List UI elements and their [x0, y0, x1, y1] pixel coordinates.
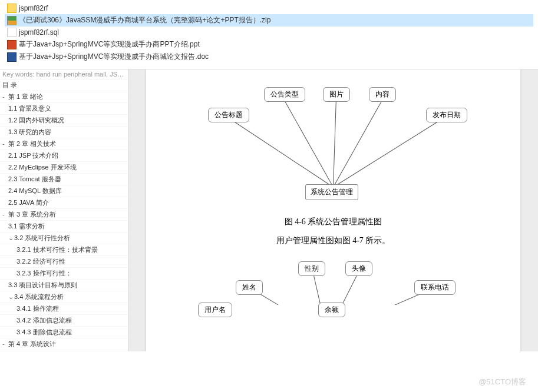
file-item[interactable]: 基于Java+Jsp+SpringMVC等实现漫威手办商PPT介绍.ppt [5, 38, 533, 51]
file-name: jspmf82rf [19, 4, 48, 12]
document-outline: Key words: hand run peripheral mall, JSP… [0, 69, 128, 351]
file-item[interactable]: jspmf82rf [5, 2, 533, 14]
outline-label: 第 1 章 绪论 [8, 93, 43, 100]
svg-line-0 [225, 115, 333, 187]
figure-caption: 图 4-6 系统公告管理属性图 [146, 217, 520, 227]
outline-item[interactable]: 1.1 背景及意义 [0, 103, 128, 115]
doc-icon [7, 52, 16, 62]
zip-icon [7, 16, 16, 25]
outline-item[interactable]: 3.4.1 操作流程 [0, 303, 128, 315]
outline-item[interactable]: 3.3 项目设计目标与原则 [0, 280, 128, 291]
outline-label: 3.4.3 删除信息流程 [16, 328, 72, 335]
main-area: Key words: hand run peripheral mall, JSP… [0, 69, 538, 351]
node2-name: 姓名 [236, 280, 263, 295]
outline-item[interactable]: -第 1 章 绪论 [0, 91, 128, 103]
node-content: 内容 [369, 87, 396, 102]
outline-label: 2.5 JAVA 简介 [8, 199, 49, 206]
tree-toggle-icon[interactable]: - [2, 340, 8, 347]
outline-label: 3.2.3 操作可行性： [16, 270, 72, 277]
sql-icon [7, 28, 16, 37]
watermark-51cto: @51CTO博客 [478, 377, 526, 387]
diagram-2: 姓名 性别 头像 联系电话 用户名 余额 [146, 258, 520, 305]
outline-item[interactable]: 2.5 JAVA 简介 [0, 197, 128, 209]
tree-toggle-icon[interactable]: - [2, 93, 8, 100]
outline-item[interactable]: 2.2 MyEclipse 开发环境 [0, 162, 128, 174]
file-item[interactable]: jspmf82rf.sql [5, 26, 533, 38]
outline-item[interactable]: 3.2.1 技术可行性：技术背景 [0, 244, 128, 256]
node-image: 图片 [323, 87, 350, 102]
file-name: 基于Java+Jsp+SpringMVC等实现漫威手办商城论文报告.doc [19, 52, 209, 62]
outline-label: 3.1 需求分析 [8, 222, 45, 230]
outline-label: 3.4.1 操作流程 [16, 305, 59, 312]
outline-label: 1.3 研究的内容 [8, 128, 51, 135]
file-name: 基于Java+Jsp+SpringMVC等实现漫威手办商PPT介绍.ppt [19, 39, 200, 49]
node-hub: 系统公告管理 [305, 184, 358, 200]
outline-item[interactable]: 1.3 研究的内容 [0, 127, 128, 138]
outline-label: Key words: hand run peripheral mall, JSP… [2, 71, 128, 78]
svg-line-2 [334, 96, 336, 187]
outline-label: 第 3 章 系统分析 [8, 211, 56, 218]
outline-label: 第 2 章 相关技术 [8, 140, 56, 147]
outline-label: 3.2.1 技术可行性：技术背景 [16, 246, 98, 253]
file-name: jspmf82rf.sql [19, 28, 59, 36]
outline-item[interactable]: ⌄3.4 系统流程分析 [0, 291, 128, 303]
outline-label: 1.2 国内外研究概况 [8, 117, 64, 124]
node2-avatar: 头像 [345, 261, 372, 276]
outline-item[interactable]: 3.2.2 经济可行性 [0, 256, 128, 268]
outline-item[interactable]: 3.4.3 删除信息流程 [0, 327, 128, 338]
outline-item[interactable]: 1.2 国内外研究概况 [0, 115, 128, 127]
outline-item[interactable]: 4.1 系统体系结构 [0, 350, 128, 351]
tree-toggle-icon[interactable]: - [2, 140, 8, 147]
figure-subcaption: 用户管理属性图如图 4-7 所示。 [146, 235, 520, 246]
outline-item[interactable]: -第 2 章 相关技术 [0, 138, 128, 150]
node2-balance: 余额 [318, 303, 345, 317]
diagram-1: 公告标题 公告类型 图片 内容 发布日期 系统公告管理 [146, 69, 520, 205]
outline-label: 3.4.2 添加信息流程 [16, 317, 72, 324]
outline-item[interactable]: 2.1 JSP 技术介绍 [0, 150, 128, 162]
outline-item[interactable]: 3.2.3 操作可行性： [0, 268, 128, 280]
outline-label: 1.1 背景及意义 [8, 105, 51, 112]
tree-toggle-icon[interactable]: - [2, 211, 8, 218]
outline-label: 3.3 项目设计目标与原则 [8, 281, 77, 288]
file-item[interactable]: 《已调试306》JavaSSM漫威手办商城平台系统（完整源码+论文+PPT报告）… [5, 14, 533, 26]
outline-label: 2.4 MySQL 数据库 [8, 187, 62, 194]
file-item[interactable]: 基于Java+Jsp+SpringMVC等实现漫威手办商城论文报告.doc [5, 51, 533, 63]
outline-label: 2.1 JSP 技术介绍 [8, 152, 58, 159]
outline-item[interactable]: Key words: hand run peripheral mall, JSP… [0, 69, 128, 79]
outline-item[interactable]: ⌄3.2 系统可行性分析 [0, 232, 128, 244]
outline-item[interactable]: 3.1 需求分析 [0, 221, 128, 232]
folder-icon [7, 4, 16, 13]
outline-label: 2.3 Tomcat 服务器 [8, 175, 61, 182]
ppt-icon [7, 40, 16, 49]
page: 公告标题 公告类型 图片 内容 发布日期 系统公告管理 图 4-6 系统公告管理… [146, 69, 520, 351]
outline-label: 3.2 系统可行性分析 [14, 234, 70, 241]
outline-item[interactable]: 3.4.2 添加信息流程 [0, 315, 128, 327]
node-announce-type: 公告类型 [264, 87, 305, 102]
outline-label: 第 4 章 系统设计 [8, 340, 56, 347]
outline-label: 3.4 系统流程分析 [14, 293, 64, 300]
outline-item[interactable]: -第 4 章 系统设计 [0, 338, 128, 350]
node2-gender: 性别 [298, 261, 325, 276]
document-view: 公告标题 公告类型 图片 内容 发布日期 系统公告管理 图 4-6 系统公告管理… [128, 69, 538, 351]
node-announce-title: 公告标题 [208, 108, 249, 122]
node-publish-date: 发布日期 [426, 108, 467, 122]
outline-label: 2.2 MyEclipse 开发环境 [8, 164, 77, 171]
file-list: jspmf82rf《已调试306》JavaSSM漫威手办商城平台系统（完整源码+… [0, 0, 538, 65]
svg-line-4 [334, 115, 448, 187]
outline-label: 目 录 [2, 81, 17, 88]
outline-item[interactable]: 目 录 [0, 79, 128, 91]
outline-label: 3.2.2 经济可行性 [16, 258, 65, 265]
outline-item[interactable]: 2.3 Tomcat 服务器 [0, 174, 128, 185]
outline-item[interactable]: 2.4 MySQL 数据库 [0, 185, 128, 197]
file-name: 《已调试306》JavaSSM漫威手办商城平台系统（完整源码+论文+PPT报告）… [19, 15, 270, 25]
node2-phone: 联系电话 [414, 280, 456, 295]
tree-toggle-icon[interactable]: ⌄ [8, 293, 14, 301]
node2-username: 用户名 [198, 303, 232, 317]
outline-item[interactable]: -第 3 章 系统分析 [0, 209, 128, 221]
svg-line-1 [282, 96, 333, 187]
tree-toggle-icon[interactable]: ⌄ [8, 234, 14, 242]
svg-line-3 [334, 96, 385, 187]
